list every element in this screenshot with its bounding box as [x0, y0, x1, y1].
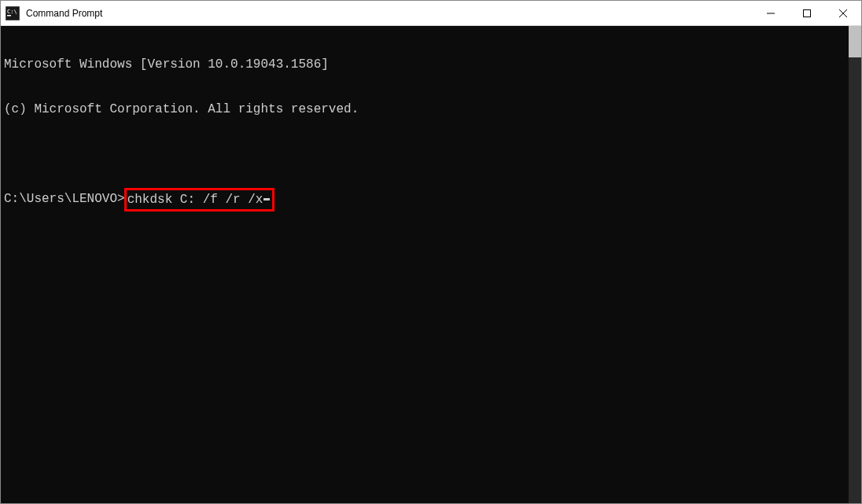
svg-rect-2 — [7, 15, 11, 17]
svg-rect-4 — [804, 9, 811, 17]
terminal-prompt-line: C:\Users\LENOVO>chkdsk C: /f /r /x — [4, 192, 858, 212]
svg-text:C:\: C:\ — [7, 9, 17, 15]
minimize-button[interactable] — [753, 1, 789, 25]
scrollbar-thumb[interactable] — [849, 26, 861, 57]
window-title: Command Prompt — [26, 8, 753, 19]
maximize-button[interactable] — [789, 1, 825, 25]
terminal-prompt: C:\Users\LENOVO> — [4, 192, 125, 207]
terminal-command: chkdsk C: /f /r /x — [127, 193, 263, 208]
titlebar[interactable]: C:\ Command Prompt — [1, 1, 861, 26]
command-highlight-box: chkdsk C: /f /r /x — [124, 188, 275, 212]
terminal-output-line: Microsoft Windows [Version 10.0.19043.15… — [4, 57, 858, 72]
command-prompt-window: C:\ Command Prompt Microsoft Windows [Ve… — [0, 0, 862, 504]
close-button[interactable] — [825, 1, 861, 25]
window-controls — [753, 1, 861, 25]
terminal-area[interactable]: Microsoft Windows [Version 10.0.19043.15… — [1, 26, 861, 503]
terminal-cursor — [263, 198, 270, 200]
terminal-output-line: (c) Microsoft Corporation. All rights re… — [4, 102, 858, 117]
scrollbar-vertical[interactable] — [849, 26, 861, 503]
cmd-icon: C:\ — [6, 6, 20, 20]
terminal-blank-line — [4, 147, 858, 162]
